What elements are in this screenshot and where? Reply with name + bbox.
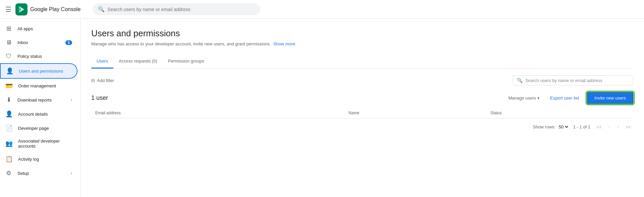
page-icon: 📄: [5, 124, 13, 132]
sidebar-item-setup[interactable]: ⚙ Setup ›: [0, 166, 77, 180]
tab-users[interactable]: Users: [91, 54, 113, 69]
logo: Google Play Console: [15, 3, 80, 15]
sidebar-item-associated-accounts[interactable]: 👥 Associated developer accounts: [0, 135, 77, 152]
export-user-list-button[interactable]: Export user list: [547, 93, 582, 103]
sidebar-item-label: Order management: [18, 83, 72, 88]
sidebar-item-developer-page[interactable]: 📄 Developer page: [0, 121, 77, 135]
col-name: Name: [344, 108, 486, 118]
sidebar-item-download-reports[interactable]: ⬇ Download reports ›: [0, 93, 77, 107]
tabs: Users Access requests (0) Permission gro…: [91, 54, 633, 69]
search-input[interactable]: [107, 7, 255, 12]
show-rows-label: Show rows:: [533, 124, 555, 129]
main-content: Users and permissions Manage who has acc…: [80, 19, 644, 197]
account-icon: 👤: [5, 110, 13, 118]
sidebar-item-users-permissions[interactable]: 👤 Users and permissions: [0, 63, 77, 79]
sidebar: ⊞ All apps 🖥 Inbox 5 🛡 Policy status 👤 U…: [0, 19, 80, 197]
search-box: 🔍: [93, 3, 260, 15]
layout: ⊞ All apps 🖥 Inbox 5 🛡 Policy status 👤 U…: [0, 19, 644, 197]
invite-new-users-button[interactable]: Invite new users: [587, 92, 633, 104]
page-title: Users and permissions: [91, 28, 633, 39]
chevron-right-icon: ›: [71, 171, 72, 175]
sidebar-item-label: Users and permissions: [19, 69, 71, 74]
rows-per-page-select[interactable]: 50 25 10: [557, 124, 569, 130]
google-play-logo: [15, 3, 28, 15]
page-subtitle: Manage who has access to your developer …: [91, 41, 633, 46]
search-icon: 🔍: [98, 6, 105, 12]
topbar: ☰ Google Play Console 🔍: [0, 0, 644, 19]
manage-users-button[interactable]: Manage users ▾: [506, 93, 542, 103]
show-more-link[interactable]: Show more: [273, 41, 296, 46]
search-users-icon: 🔍: [517, 78, 523, 83]
grid-icon: ⊞: [5, 25, 12, 32]
sidebar-item-label: Account details: [18, 112, 72, 117]
users-actions: Manage users ▾ Export user list Invite n…: [506, 92, 633, 104]
download-icon: ⬇: [5, 96, 12, 104]
add-filter-button[interactable]: ⊟ Add filter: [91, 78, 114, 83]
users-count: 1 user: [91, 94, 108, 102]
sidebar-item-label: Activity log: [18, 157, 72, 162]
sidebar-item-policy-status[interactable]: 🛡 Policy status: [0, 49, 77, 63]
pagination: Show rows: 50 25 10 1 - 1 of 1 ⏮ ‹ › ⏭: [91, 122, 633, 131]
sidebar-item-all-apps[interactable]: ⊞ All apps: [0, 22, 77, 36]
people-icon: 👥: [5, 140, 13, 147]
last-page-button[interactable]: ⏭: [625, 122, 633, 131]
sidebar-item-label: Download reports: [17, 97, 65, 103]
sidebar-item-label: Policy status: [17, 54, 72, 59]
sidebar-item-label: Developer page: [18, 126, 72, 131]
users-table: Email address Name Status: [91, 108, 633, 118]
tab-permission-groups[interactable]: Permission groups: [163, 54, 210, 69]
search-users-box: 🔍: [513, 75, 633, 85]
col-email: Email address: [91, 108, 344, 118]
sidebar-item-label: Associated developer accounts: [18, 139, 72, 149]
filter-bar: ⊟ Add filter 🔍: [91, 74, 633, 87]
search-users-input[interactable]: [525, 78, 629, 83]
users-icon: 👤: [6, 67, 13, 75]
pagination-rows: Show rows: 50 25 10: [533, 124, 569, 130]
sidebar-item-order-management[interactable]: 💳 Order management: [0, 79, 77, 93]
sidebar-item-activity-log[interactable]: 📋 Activity log: [0, 152, 77, 166]
sidebar-item-inbox[interactable]: 🖥 Inbox 5: [0, 36, 77, 49]
col-status: Status: [486, 108, 633, 118]
menu-icon[interactable]: ☰: [5, 5, 11, 13]
gear-icon: ⚙: [5, 169, 12, 177]
tab-access-requests[interactable]: Access requests (0): [113, 54, 163, 69]
sidebar-item-label: Inbox: [17, 40, 60, 45]
sidebar-item-label: Setup: [17, 171, 65, 176]
app-title: Google Play Console: [30, 6, 80, 12]
prev-page-button[interactable]: ‹: [607, 122, 612, 131]
dropdown-arrow-icon: ▾: [537, 96, 539, 101]
pagination-info: 1 - 1 of 1: [573, 124, 590, 129]
inbox-badge: 5: [65, 40, 72, 45]
credit-card-icon: 💳: [5, 82, 13, 89]
filter-icon: ⊟: [91, 78, 95, 83]
inbox-icon: 🖥: [5, 39, 12, 46]
shield-icon: 🛡: [5, 53, 12, 60]
next-page-button[interactable]: ›: [616, 122, 621, 131]
log-icon: 📋: [5, 155, 13, 163]
sidebar-item-label: All apps: [17, 26, 72, 31]
sidebar-item-account-details[interactable]: 👤 Account details: [0, 107, 77, 121]
chevron-right-icon: ›: [71, 97, 72, 102]
users-section-header: 1 user Manage users ▾ Export user list I…: [91, 92, 633, 104]
first-page-button[interactable]: ⏮: [594, 122, 603, 131]
